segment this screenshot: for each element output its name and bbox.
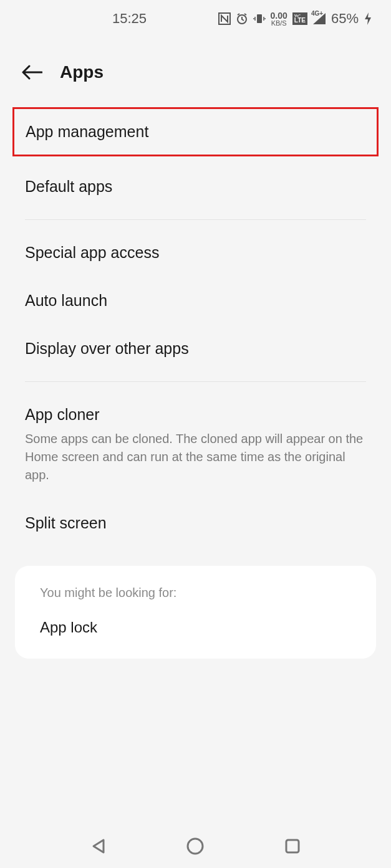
volte-icon: Vo"LTE xyxy=(292,12,307,25)
item-subtitle: Some apps can be cloned. The cloned app … xyxy=(25,430,366,484)
data-rate: 0.00KB/S xyxy=(271,11,287,27)
suggestion-card: You might be looking for: App lock xyxy=(15,566,376,659)
nav-back-icon[interactable] xyxy=(88,836,109,857)
suggestion-hint: You might be looking for: xyxy=(40,586,351,600)
item-label: App cloner xyxy=(25,406,100,423)
svg-point-3 xyxy=(188,839,203,854)
item-split-screen[interactable]: Split screen xyxy=(0,499,391,547)
battery-text: 65% xyxy=(331,11,359,27)
item-app-management[interactable]: App management xyxy=(12,107,379,156)
nfc-icon xyxy=(218,12,231,25)
item-label: App management xyxy=(26,123,148,140)
item-app-cloner[interactable]: App cloner Some apps can be cloned. The … xyxy=(0,391,391,499)
nav-home-icon[interactable] xyxy=(185,836,206,857)
suggestion-app-lock[interactable]: App lock xyxy=(40,619,351,636)
alarm-icon xyxy=(236,12,248,25)
item-display-over-other-apps[interactable]: Display over other apps xyxy=(0,325,391,373)
header: Apps xyxy=(0,37,391,101)
item-special-app-access[interactable]: Special app access xyxy=(0,229,391,277)
page-title: Apps xyxy=(60,62,104,82)
signal-icon: 4G+ xyxy=(312,12,326,25)
status-time: 15:25 xyxy=(112,11,147,27)
charging-icon xyxy=(364,12,372,26)
item-label: Display over other apps xyxy=(25,340,189,357)
divider xyxy=(25,381,366,382)
svg-rect-4 xyxy=(286,840,299,852)
item-label: Split screen xyxy=(25,514,107,532)
item-label: Special app access xyxy=(25,244,159,261)
back-icon[interactable] xyxy=(21,64,42,80)
item-auto-launch[interactable]: Auto launch xyxy=(0,277,391,325)
divider xyxy=(25,219,366,220)
status-bar: 15:25 0.00KB/S Vo"LTE 4G+ 65% xyxy=(0,0,391,37)
settings-list: App management Default apps Special app … xyxy=(0,107,391,659)
svg-rect-2 xyxy=(257,14,262,23)
nav-recent-icon[interactable] xyxy=(282,836,303,857)
navigation-bar xyxy=(0,824,391,868)
vibrate-icon xyxy=(253,12,266,25)
item-label: Default apps xyxy=(25,178,112,195)
status-right: 0.00KB/S Vo"LTE 4G+ 65% xyxy=(218,11,372,27)
item-default-apps[interactable]: Default apps xyxy=(0,163,391,211)
item-label: Auto launch xyxy=(25,292,107,309)
